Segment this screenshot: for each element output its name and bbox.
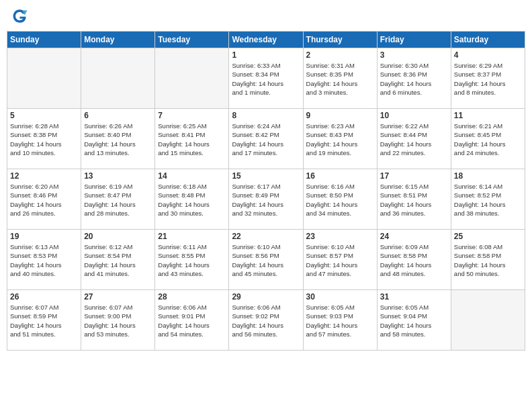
day-number: 29 [232, 292, 300, 302]
day-info: Sunrise: 6:33 AM Sunset: 8:34 PM Dayligh… [232, 61, 300, 97]
day-info: Sunrise: 6:24 AM Sunset: 8:42 PM Dayligh… [232, 122, 300, 157]
day-number: 20 [84, 232, 152, 241]
day-header-saturday: Saturday [451, 32, 525, 48]
calendar-cell: 22Sunrise: 6:10 AM Sunset: 8:56 PM Dayli… [229, 230, 303, 290]
calendar-cell: 12Sunrise: 6:20 AM Sunset: 8:46 PM Dayli… [7, 169, 81, 230]
day-number: 27 [84, 292, 152, 302]
calendar-cell: 18Sunrise: 6:14 AM Sunset: 8:52 PM Dayli… [451, 169, 525, 230]
calendar-cell: 23Sunrise: 6:10 AM Sunset: 8:57 PM Dayli… [303, 230, 377, 290]
day-number: 31 [380, 292, 448, 302]
day-info: Sunrise: 6:05 AM Sunset: 9:04 PM Dayligh… [380, 303, 448, 338]
calendar-cell: 19Sunrise: 6:13 AM Sunset: 8:53 PM Dayli… [7, 230, 81, 290]
day-info: Sunrise: 6:18 AM Sunset: 8:48 PM Dayligh… [158, 182, 226, 218]
calendar-cell: 30Sunrise: 6:05 AM Sunset: 9:03 PM Dayli… [303, 290, 377, 351]
day-info: Sunrise: 6:16 AM Sunset: 8:50 PM Dayligh… [306, 182, 374, 218]
day-info: Sunrise: 6:15 AM Sunset: 8:51 PM Dayligh… [380, 182, 448, 218]
page-header [7, 7, 525, 26]
day-info: Sunrise: 6:20 AM Sunset: 8:46 PM Dayligh… [10, 182, 78, 218]
calendar-cell: 25Sunrise: 6:08 AM Sunset: 8:58 PM Dayli… [451, 230, 525, 290]
day-number: 11 [454, 111, 522, 120]
day-number: 12 [10, 171, 78, 181]
calendar-cell [7, 48, 81, 109]
calendar-cell: 27Sunrise: 6:07 AM Sunset: 9:00 PM Dayli… [81, 290, 155, 351]
day-number: 26 [10, 292, 78, 302]
calendar-cell: 7Sunrise: 6:25 AM Sunset: 8:41 PM Daylig… [155, 109, 229, 169]
calendar-cell: 31Sunrise: 6:05 AM Sunset: 9:04 PM Dayli… [377, 290, 451, 351]
day-info: Sunrise: 6:12 AM Sunset: 8:54 PM Dayligh… [84, 242, 152, 278]
week-row-4: 19Sunrise: 6:13 AM Sunset: 8:53 PM Dayli… [7, 230, 525, 290]
day-info: Sunrise: 6:05 AM Sunset: 9:03 PM Dayligh… [306, 303, 374, 338]
calendar-cell: 16Sunrise: 6:16 AM Sunset: 8:50 PM Dayli… [303, 169, 377, 230]
calendar-cell [155, 48, 229, 109]
day-header-monday: Monday [81, 32, 155, 48]
day-info: Sunrise: 6:25 AM Sunset: 8:41 PM Dayligh… [158, 122, 226, 157]
day-number: 8 [232, 111, 300, 120]
calendar-cell: 24Sunrise: 6:09 AM Sunset: 8:58 PM Dayli… [377, 230, 451, 290]
day-info: Sunrise: 6:08 AM Sunset: 8:58 PM Dayligh… [454, 242, 522, 278]
calendar-cell: 2Sunrise: 6:31 AM Sunset: 8:35 PM Daylig… [303, 48, 377, 109]
day-info: Sunrise: 6:09 AM Sunset: 8:58 PM Dayligh… [380, 242, 448, 278]
calendar-cell: 13Sunrise: 6:19 AM Sunset: 8:47 PM Dayli… [81, 169, 155, 230]
day-info: Sunrise: 6:11 AM Sunset: 8:55 PM Dayligh… [158, 242, 226, 278]
week-row-5: 26Sunrise: 6:07 AM Sunset: 8:59 PM Dayli… [7, 290, 525, 351]
calendar-cell: 8Sunrise: 6:24 AM Sunset: 8:42 PM Daylig… [229, 109, 303, 169]
day-info: Sunrise: 6:07 AM Sunset: 8:59 PM Dayligh… [10, 303, 78, 338]
day-header-thursday: Thursday [303, 32, 377, 48]
day-info: Sunrise: 6:23 AM Sunset: 8:43 PM Dayligh… [306, 122, 374, 157]
calendar-cell: 9Sunrise: 6:23 AM Sunset: 8:43 PM Daylig… [303, 109, 377, 169]
calendar-cell: 20Sunrise: 6:12 AM Sunset: 8:54 PM Dayli… [81, 230, 155, 290]
day-info: Sunrise: 6:13 AM Sunset: 8:53 PM Dayligh… [10, 242, 78, 278]
day-number: 30 [306, 292, 374, 302]
day-info: Sunrise: 6:10 AM Sunset: 8:57 PM Dayligh… [306, 242, 374, 278]
calendar-cell: 10Sunrise: 6:22 AM Sunset: 8:44 PM Dayli… [377, 109, 451, 169]
day-info: Sunrise: 6:30 AM Sunset: 8:36 PM Dayligh… [380, 61, 448, 97]
day-info: Sunrise: 6:29 AM Sunset: 8:37 PM Dayligh… [454, 61, 522, 97]
day-number: 7 [158, 111, 226, 120]
day-header-wednesday: Wednesday [229, 32, 303, 48]
logo-icon [9, 7, 28, 26]
day-number: 13 [84, 171, 152, 181]
week-row-1: 1Sunrise: 6:33 AM Sunset: 8:34 PM Daylig… [7, 48, 525, 109]
calendar-cell: 28Sunrise: 6:06 AM Sunset: 9:01 PM Dayli… [155, 290, 229, 351]
day-number: 17 [380, 171, 448, 181]
calendar-cell: 11Sunrise: 6:21 AM Sunset: 8:45 PM Dayli… [451, 109, 525, 169]
day-number: 2 [306, 50, 374, 60]
day-number: 9 [306, 111, 374, 120]
calendar-cell [81, 48, 155, 109]
day-info: Sunrise: 6:14 AM Sunset: 8:52 PM Dayligh… [454, 182, 522, 218]
day-info: Sunrise: 6:28 AM Sunset: 8:38 PM Dayligh… [10, 122, 78, 157]
day-info: Sunrise: 6:21 AM Sunset: 8:45 PM Dayligh… [454, 122, 522, 157]
day-info: Sunrise: 6:06 AM Sunset: 9:02 PM Dayligh… [232, 303, 300, 338]
calendar-cell: 17Sunrise: 6:15 AM Sunset: 8:51 PM Dayli… [377, 169, 451, 230]
day-number: 18 [454, 171, 522, 181]
day-number: 14 [158, 171, 226, 181]
day-number: 21 [158, 232, 226, 241]
week-row-2: 5Sunrise: 6:28 AM Sunset: 8:38 PM Daylig… [7, 109, 525, 169]
calendar-cell [451, 290, 525, 351]
day-info: Sunrise: 6:06 AM Sunset: 9:01 PM Dayligh… [158, 303, 226, 338]
calendar-cell: 21Sunrise: 6:11 AM Sunset: 8:55 PM Dayli… [155, 230, 229, 290]
day-headers-row: SundayMondayTuesdayWednesdayThursdayFrid… [7, 32, 525, 48]
calendar-cell: 29Sunrise: 6:06 AM Sunset: 9:02 PM Dayli… [229, 290, 303, 351]
day-number: 23 [306, 232, 374, 241]
day-header-tuesday: Tuesday [155, 32, 229, 48]
calendar-cell: 3Sunrise: 6:30 AM Sunset: 8:36 PM Daylig… [377, 48, 451, 109]
calendar-cell: 5Sunrise: 6:28 AM Sunset: 8:38 PM Daylig… [7, 109, 81, 169]
calendar-cell: 26Sunrise: 6:07 AM Sunset: 8:59 PM Dayli… [7, 290, 81, 351]
day-number: 4 [454, 50, 522, 60]
day-number: 25 [454, 232, 522, 241]
day-number: 22 [232, 232, 300, 241]
day-header-sunday: Sunday [7, 32, 81, 48]
day-number: 16 [306, 171, 374, 181]
day-number: 6 [84, 111, 152, 120]
day-number: 15 [232, 171, 300, 181]
day-number: 19 [10, 232, 78, 241]
day-info: Sunrise: 6:26 AM Sunset: 8:40 PM Dayligh… [84, 122, 152, 157]
day-number: 10 [380, 111, 448, 120]
calendar-cell: 6Sunrise: 6:26 AM Sunset: 8:40 PM Daylig… [81, 109, 155, 169]
calendar-cell: 15Sunrise: 6:17 AM Sunset: 8:49 PM Dayli… [229, 169, 303, 230]
day-info: Sunrise: 6:19 AM Sunset: 8:47 PM Dayligh… [84, 182, 152, 218]
day-number: 1 [232, 50, 300, 60]
week-row-3: 12Sunrise: 6:20 AM Sunset: 8:46 PM Dayli… [7, 169, 525, 230]
day-info: Sunrise: 6:10 AM Sunset: 8:56 PM Dayligh… [232, 242, 300, 278]
